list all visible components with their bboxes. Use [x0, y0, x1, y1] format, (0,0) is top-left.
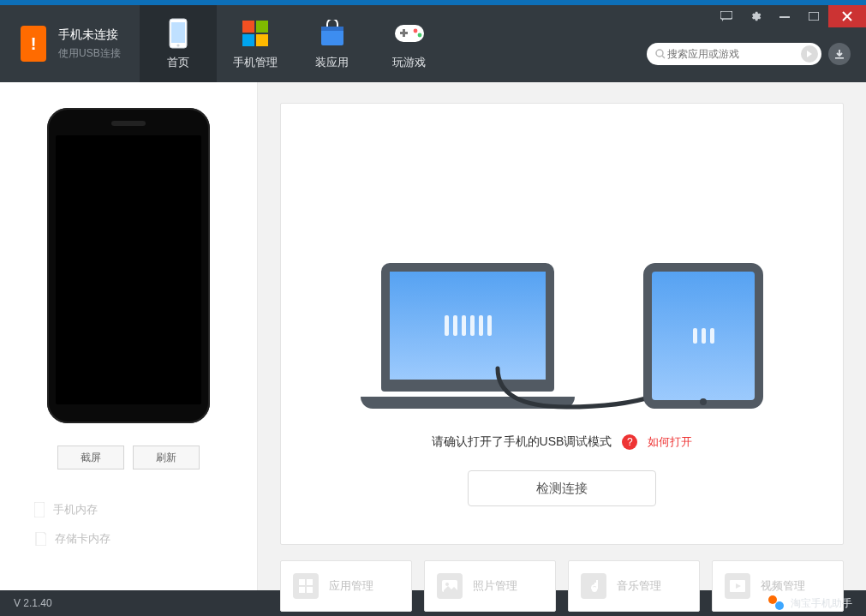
phone-storage-row: 手机内存	[34, 495, 223, 524]
svg-rect-24	[307, 587, 313, 593]
nav-label: 手机管理	[233, 55, 278, 70]
sd-storage-icon	[34, 532, 46, 546]
sidebar: 截屏 刷新 手机内存 存储卡内存	[0, 82, 258, 590]
status-subtitle: 使用USB连接	[58, 46, 121, 61]
detect-connection-button[interactable]: 检测连接	[468, 470, 656, 506]
window-controls	[712, 5, 866, 27]
tile-music[interactable]: 音乐管理	[568, 560, 700, 612]
help-icon: ?	[622, 434, 637, 450]
status-title: 手机未连接	[58, 27, 121, 43]
refresh-button[interactable]: 刷新	[133, 446, 200, 469]
svg-rect-6	[256, 34, 268, 46]
tile-photos[interactable]: 照片管理	[424, 560, 556, 612]
main-area: 请确认打开了手机的USB调试模式 ? 如何打开 检测连接 应用管理 照片管理	[258, 82, 866, 590]
nav-games[interactable]: 玩游戏	[371, 5, 448, 82]
gamepad-icon	[393, 17, 426, 50]
usb-prompt-text: 请确认打开了手机的USB调试模式	[432, 434, 612, 450]
svg-rect-4	[256, 21, 268, 33]
close-button[interactable]	[828, 5, 866, 27]
svg-rect-20	[34, 502, 45, 517]
connection-card: 请确认打开了手机的USB调试模式 ? 如何打开 检测连接	[280, 103, 844, 545]
how-to-open-link[interactable]: 如何打开	[648, 434, 692, 450]
nav-apps[interactable]: 装应用	[294, 5, 371, 82]
settings-icon[interactable]	[741, 5, 770, 27]
svg-rect-15	[779, 16, 790, 18]
brand-text: 淘宝手机助手	[791, 596, 852, 611]
apps-icon	[293, 573, 319, 599]
svg-rect-8	[321, 27, 343, 31]
tile-apps[interactable]: 应用管理	[280, 560, 412, 612]
nav-label: 装应用	[315, 55, 349, 70]
search-box[interactable]	[647, 43, 821, 65]
svg-point-27	[592, 587, 597, 592]
screenshot-button[interactable]: 截屏	[57, 446, 124, 469]
shopping-bag-icon	[320, 17, 345, 50]
maximize-button[interactable]	[799, 5, 828, 27]
alert-phone-icon: !	[21, 26, 46, 62]
device-preview	[47, 108, 210, 423]
minimize-button[interactable]	[770, 5, 799, 27]
svg-rect-23	[299, 587, 305, 593]
nav-manage[interactable]: 手机管理	[217, 5, 294, 82]
svg-point-10	[413, 29, 417, 33]
main-nav: 首页 手机管理 装应用	[140, 5, 448, 82]
svg-rect-14	[720, 11, 732, 19]
video-icon	[725, 573, 750, 599]
search-icon	[655, 49, 666, 59]
sd-storage-label: 存储卡内存	[55, 531, 110, 547]
svg-line-18	[662, 56, 665, 58]
app-header: ! 手机未连接 使用USB连接 首页 手机管理	[0, 5, 866, 82]
svg-rect-5	[242, 34, 254, 46]
phone-icon	[169, 17, 188, 50]
tile-label: 音乐管理	[617, 578, 661, 594]
svg-rect-13	[403, 29, 405, 37]
svg-rect-22	[307, 579, 313, 585]
management-tiles: 应用管理 照片管理 音乐管理 视频管理	[280, 560, 844, 612]
search-go-button[interactable]	[801, 45, 818, 63]
brand-logo-icon	[768, 595, 784, 611]
nav-label: 玩游戏	[392, 55, 426, 70]
svg-rect-1	[171, 22, 185, 43]
tile-label: 应用管理	[329, 578, 373, 594]
download-button[interactable]	[828, 43, 851, 65]
tile-label: 照片管理	[473, 578, 517, 594]
phone-storage-icon	[34, 502, 45, 517]
connection-diagram	[361, 220, 763, 409]
phone-device-icon	[643, 263, 763, 409]
nav-home[interactable]: 首页	[140, 5, 217, 82]
svg-rect-3	[242, 21, 254, 33]
version-label: V 2.1.40	[14, 597, 52, 609]
tile-label: 视频管理	[761, 578, 805, 594]
search-input[interactable]	[666, 47, 801, 61]
svg-point-11	[417, 33, 421, 38]
svg-point-26	[445, 583, 449, 586]
nav-label: 首页	[167, 55, 189, 70]
feedback-icon[interactable]	[712, 5, 741, 27]
phone-storage-label: 手机内存	[53, 502, 98, 517]
svg-rect-16	[809, 12, 819, 21]
tiles-icon	[242, 17, 268, 50]
sd-storage-row: 存储卡内存	[34, 524, 223, 553]
brand-label: 淘宝手机助手	[768, 595, 852, 611]
svg-rect-21	[299, 579, 305, 585]
svg-rect-19	[835, 57, 844, 59]
connection-status-block: ! 手机未连接 使用USB连接	[0, 5, 140, 82]
music-icon	[581, 573, 606, 599]
photos-icon	[437, 573, 463, 599]
svg-point-2	[176, 44, 179, 46]
svg-point-17	[656, 50, 663, 57]
